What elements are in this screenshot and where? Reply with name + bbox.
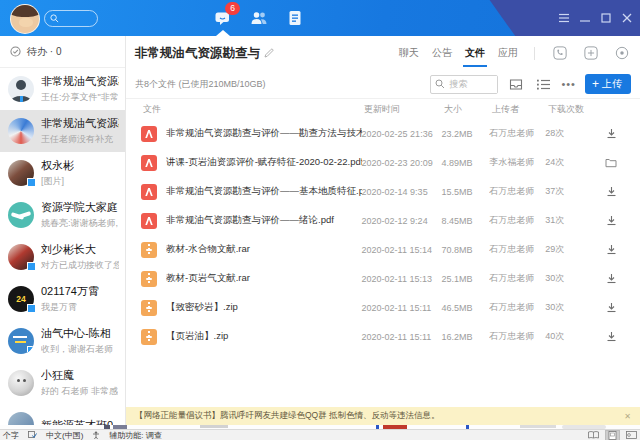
- messages-icon[interactable]: 6: [213, 8, 233, 27]
- table-row[interactable]: 非常规油气资源勘查与评价——绪论.pdf 2020-02-12 9:24 8.4…: [126, 206, 640, 235]
- conversation-item[interactable]: 新能源英才班0: [0, 404, 125, 425]
- file-search-input[interactable]: [447, 76, 497, 93]
- list-view-icon[interactable]: [534, 75, 552, 93]
- contacts-icon[interactable]: [249, 8, 269, 27]
- table-row[interactable]: 教材-水合物文献.rar 2020-02-11 15:14 70.8MB 石万忠…: [126, 235, 640, 264]
- conversation-preview: 好的 石老师 非常感: [41, 385, 118, 398]
- table-row[interactable]: 【致密砂岩】.zip 2020-02-11 15:11 46.5MB 石万忠老师…: [126, 293, 640, 322]
- user-avatar[interactable]: [10, 4, 40, 34]
- tab-announcements[interactable]: 公告: [432, 46, 452, 60]
- add-icon[interactable]: [582, 44, 600, 62]
- avatar: [8, 160, 34, 186]
- conversation-item[interactable]: 资源学院大家庭姚春亮:谢谢杨老师,: [0, 194, 125, 236]
- file-updated-time: 2020-02-12 9:24: [362, 216, 442, 226]
- conversation-item-selected[interactable]: 非常规油气资源勘王任老师没有补充: [0, 110, 125, 152]
- file-name[interactable]: 教材-页岩气文献.rar: [166, 272, 362, 285]
- avatar: [8, 370, 34, 396]
- file-name[interactable]: 非常规油气资源勘查与评价——绪论.pdf: [166, 214, 362, 227]
- file-name[interactable]: 非常规油气资源勘查与评价——勘查方法与技术.pdf: [166, 127, 362, 140]
- conversation-item[interactable]: 油气中心-陈相收到，谢谢石老师: [0, 320, 125, 362]
- group-files-panel: 非常规油气资源勘查与 聊天 公告 文件 应用: [126, 36, 640, 425]
- settings-target-icon[interactable]: [613, 44, 631, 62]
- drawer-icon[interactable]: [507, 75, 525, 93]
- status-badge: [27, 262, 36, 271]
- file-action[interactable]: [590, 244, 640, 255]
- file-updated-time: 2020-02-11 15:13: [362, 274, 442, 284]
- table-header: 文件 更新时间 大小 上传者 下载次数: [126, 98, 640, 119]
- main-menu-icon[interactable]: [557, 10, 571, 25]
- table-row[interactable]: 教材-页岩气文献.rar 2020-02-11 15:13 25.1MB 石万忠…: [126, 264, 640, 293]
- table-row[interactable]: 【页岩油】.zip 2020-02-11 15:11 16.2MB 石万忠老师 …: [126, 322, 640, 351]
- documents-icon[interactable]: [285, 8, 305, 27]
- notice-bar: 【网络正能量倡议书】腾讯呼吁网友共建绿色QQ群 抵制色情、反动等违法信息。: [126, 407, 640, 425]
- table-row[interactable]: 非常规油气资源勘查与评价——基本地质特征.pdf 2020-02-14 9:35…: [126, 177, 640, 206]
- tab-chat[interactable]: 聊天: [399, 46, 419, 60]
- download-icon: [606, 215, 617, 226]
- proofing-icon[interactable]: [28, 431, 37, 439]
- file-search-box[interactable]: [430, 75, 498, 94]
- file-action[interactable]: [590, 273, 640, 284]
- conversation-item[interactable]: 非常规油气资源勘王任:分享文件"非常: [0, 68, 125, 110]
- file-action[interactable]: [590, 215, 640, 226]
- download-icon: [606, 128, 617, 139]
- file-action[interactable]: [590, 158, 640, 168]
- tab-files[interactable]: 文件: [465, 46, 485, 60]
- edit-title-icon[interactable]: [264, 48, 274, 58]
- print-layout-icon[interactable]: [606, 431, 619, 440]
- more-icon[interactable]: [561, 81, 576, 87]
- minimize-button[interactable]: [578, 10, 592, 25]
- language-label[interactable]: 中文(中国): [46, 430, 83, 440]
- accessibility-label[interactable]: 辅助功能: 调查: [109, 430, 161, 440]
- file-action[interactable]: [590, 331, 640, 342]
- status-badge: [27, 178, 36, 187]
- column-file[interactable]: 文件: [143, 103, 364, 116]
- download-icon: [606, 244, 617, 255]
- file-name[interactable]: 【致密砂岩】.zip: [166, 301, 362, 314]
- folder-icon: [605, 158, 617, 168]
- file-uploader: 石万忠老师: [489, 272, 545, 285]
- file-download-count: 24次: [545, 156, 590, 169]
- file-size: 4.89MB: [441, 158, 489, 168]
- read-mode-icon[interactable]: [587, 431, 600, 440]
- file-name[interactable]: 教材-水合物文献.rar: [166, 243, 362, 256]
- file-download-count: 37次: [545, 185, 590, 198]
- conversation-item[interactable]: 刘少彬长大对方已成功接收了您: [0, 236, 125, 278]
- column-size[interactable]: 大小: [444, 103, 492, 116]
- conversation-sidebar: 待办 · 0 非常规油气资源勘王任:分享文件"非常 非常规油气资源勘王任老师没有…: [0, 36, 126, 425]
- titlebar-search-input[interactable]: [60, 11, 96, 26]
- titlebar-search[interactable]: [44, 10, 98, 27]
- upload-button[interactable]: 上传: [585, 74, 631, 94]
- call-icon[interactable]: [551, 44, 569, 62]
- close-button[interactable]: [620, 10, 634, 25]
- file-type-icon: [141, 242, 157, 258]
- notice-close-icon[interactable]: [624, 412, 631, 421]
- file-updated-time: 2020-02-11 15:14: [362, 245, 442, 255]
- web-layout-icon[interactable]: [625, 431, 638, 440]
- file-name[interactable]: 非常规油气资源勘查与评价——基本地质特征.pdf: [166, 185, 362, 198]
- file-name[interactable]: 【页岩油】.zip: [166, 330, 362, 343]
- file-name[interactable]: 讲课-页岩油资源评价-赋存特征-2020-02-22.pdf: [166, 156, 362, 169]
- table-row[interactable]: 非常规油气资源勘查与评价——勘查方法与技术.pdf 2020-02-25 21:…: [126, 119, 640, 148]
- conversation-item[interactable]: 24 021174万霄我是万霄: [0, 278, 125, 320]
- file-uploader: 石万忠老师: [489, 185, 545, 198]
- conversation-item[interactable]: 小狂魔好的 石老师 非常感: [0, 362, 125, 404]
- maximize-button[interactable]: [599, 10, 613, 25]
- column-downloads[interactable]: 下载次数: [548, 103, 593, 116]
- conversation-item[interactable]: 权永彬[图片]: [0, 152, 125, 194]
- todo-row[interactable]: 待办 · 0: [0, 36, 125, 68]
- conversation-preview: 对方已成功接收了您: [41, 259, 119, 272]
- file-updated-time: 2020-02-23 20:09: [362, 158, 442, 168]
- column-updated[interactable]: 更新时间: [364, 103, 444, 116]
- upload-label: 上传: [602, 77, 622, 91]
- tab-apps[interactable]: 应用: [498, 46, 518, 60]
- file-action[interactable]: [590, 302, 640, 313]
- column-uploader[interactable]: 上传者: [492, 103, 548, 116]
- word-count-label[interactable]: 个字: [3, 430, 19, 440]
- file-size: 46.5MB: [441, 303, 489, 313]
- table-row[interactable]: 讲课-页岩油资源评价-赋存特征-2020-02-22.pdf 2020-02-2…: [126, 148, 640, 177]
- file-action[interactable]: [590, 128, 640, 139]
- conversation-preview: 王任:分享文件"非常: [41, 91, 119, 104]
- file-action[interactable]: [590, 186, 640, 197]
- message-badge: 6: [225, 2, 240, 15]
- file-type-icon: [141, 126, 157, 142]
